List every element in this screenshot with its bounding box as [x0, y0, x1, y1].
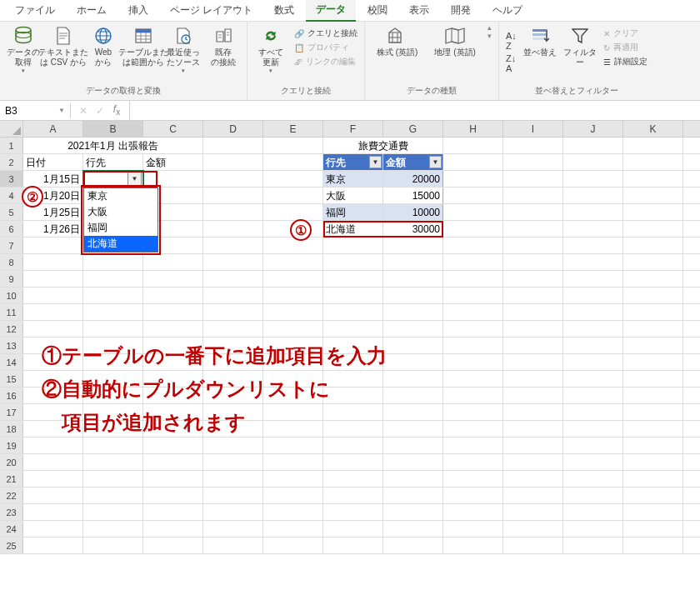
- cell[interactable]: [323, 421, 383, 437]
- cell[interactable]: [503, 371, 563, 387]
- cell[interactable]: [443, 371, 503, 387]
- cell[interactable]: [383, 471, 443, 487]
- col-header-B[interactable]: B: [83, 121, 143, 137]
- col-header-E[interactable]: E: [263, 121, 323, 137]
- table2-header-amount[interactable]: 金額▼: [383, 154, 443, 170]
- cell[interactable]: [23, 454, 83, 470]
- cell[interactable]: [443, 271, 503, 287]
- cell[interactable]: [443, 154, 503, 170]
- cell[interactable]: [263, 504, 323, 520]
- cell[interactable]: [23, 538, 83, 553]
- cell[interactable]: [23, 254, 83, 270]
- table-filter-button-dest[interactable]: ▼: [369, 156, 382, 168]
- tab-help[interactable]: ヘルプ: [482, 0, 532, 21]
- queries-connections-button[interactable]: 🔗クエリと接続: [291, 27, 361, 40]
- cell[interactable]: [503, 488, 563, 503]
- cell[interactable]: [263, 271, 323, 287]
- cell[interactable]: [203, 521, 263, 537]
- properties-button[interactable]: 📋プロパティ: [291, 41, 361, 54]
- cell[interactable]: [563, 538, 623, 553]
- cell[interactable]: [83, 488, 143, 503]
- cell[interactable]: [323, 488, 383, 503]
- cell[interactable]: [503, 538, 563, 553]
- cell[interactable]: [203, 271, 263, 287]
- cell[interactable]: [623, 204, 683, 220]
- col-header-dest[interactable]: 行先: [83, 154, 143, 170]
- cell[interactable]: [143, 438, 203, 453]
- tab-data[interactable]: データ: [306, 0, 356, 22]
- cell[interactable]: [23, 438, 83, 453]
- cell[interactable]: [563, 404, 623, 420]
- data-types-gallery-nav[interactable]: ▴▾: [484, 23, 495, 40]
- cell[interactable]: [623, 538, 683, 553]
- cell[interactable]: [443, 504, 503, 520]
- cell[interactable]: [323, 304, 383, 320]
- row-header[interactable]: 4: [0, 188, 23, 203]
- cell[interactable]: [443, 304, 503, 320]
- reapply-button[interactable]: ↻再適用: [600, 41, 651, 54]
- cell[interactable]: [503, 271, 563, 287]
- cell[interactable]: [23, 288, 83, 303]
- cell[interactable]: [563, 204, 623, 220]
- cell[interactable]: [623, 438, 683, 453]
- advanced-filter-button[interactable]: ☰詳細設定: [600, 55, 651, 68]
- cell[interactable]: [323, 521, 383, 537]
- cell[interactable]: [263, 438, 323, 453]
- cell[interactable]: [263, 138, 323, 153]
- cell[interactable]: [143, 454, 203, 470]
- cell[interactable]: [203, 488, 263, 503]
- cell[interactable]: [503, 354, 563, 370]
- table2-amount-cell[interactable]: 20000: [383, 171, 443, 187]
- cell[interactable]: [383, 538, 443, 553]
- cell[interactable]: [323, 371, 383, 387]
- row-header[interactable]: 2: [0, 154, 23, 170]
- cell[interactable]: [203, 321, 263, 337]
- cell[interactable]: [443, 138, 503, 153]
- cell[interactable]: [623, 388, 683, 403]
- cell[interactable]: [623, 171, 683, 187]
- cell[interactable]: [563, 454, 623, 470]
- row-header[interactable]: 24: [0, 521, 23, 537]
- cell[interactable]: [563, 488, 623, 503]
- existing-connections-button[interactable]: 既存 の接続: [203, 23, 243, 70]
- cell[interactable]: [503, 254, 563, 270]
- row-header[interactable]: 12: [0, 321, 23, 337]
- cell[interactable]: [623, 488, 683, 503]
- cell[interactable]: [623, 254, 683, 270]
- cell[interactable]: [323, 288, 383, 303]
- cell[interactable]: [203, 188, 263, 203]
- cell[interactable]: [203, 254, 263, 270]
- cell[interactable]: [263, 488, 323, 503]
- cell[interactable]: [623, 138, 683, 153]
- cell[interactable]: [563, 504, 623, 520]
- cell[interactable]: [443, 471, 503, 487]
- row-header[interactable]: 7: [0, 238, 23, 253]
- table2-title[interactable]: 旅費交通費: [323, 138, 443, 153]
- cell[interactable]: [83, 271, 143, 287]
- validation-dropdown-list[interactable]: 東京大阪福岡北海道: [83, 188, 158, 252]
- cell[interactable]: [263, 238, 323, 253]
- cell[interactable]: [503, 171, 563, 187]
- cell[interactable]: [503, 204, 563, 220]
- cell[interactable]: [23, 521, 83, 537]
- cell[interactable]: [503, 221, 563, 237]
- cell[interactable]: [563, 371, 623, 387]
- tab-home[interactable]: ホーム: [67, 0, 117, 21]
- cell[interactable]: [83, 504, 143, 520]
- cell[interactable]: [443, 438, 503, 453]
- table2-header-dest[interactable]: 行先▼: [323, 154, 383, 170]
- cell[interactable]: [503, 188, 563, 203]
- cell[interactable]: [203, 471, 263, 487]
- cell[interactable]: [203, 304, 263, 320]
- cell[interactable]: [383, 371, 443, 387]
- cell[interactable]: [503, 388, 563, 403]
- cell[interactable]: [23, 471, 83, 487]
- cell[interactable]: [563, 338, 623, 353]
- dropdown-item[interactable]: 北海道: [84, 236, 158, 252]
- from-text-csv-button[interactable]: テキストまた は CSV から: [43, 23, 83, 70]
- cell[interactable]: [203, 288, 263, 303]
- cell[interactable]: [443, 454, 503, 470]
- cell[interactable]: [263, 304, 323, 320]
- row-header[interactable]: 21: [0, 471, 23, 487]
- cell[interactable]: [443, 188, 503, 203]
